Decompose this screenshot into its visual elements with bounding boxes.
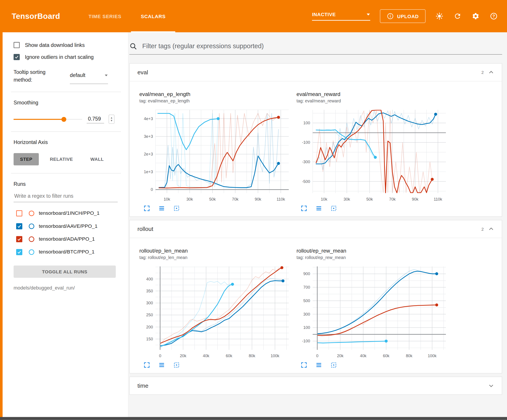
smoothing-value-input[interactable]: 0.759 xyxy=(87,115,104,124)
help-icon[interactable]: ? xyxy=(490,12,498,20)
section-eval-charts: eval/mean_ep_length tag: eval/mean_ep_le… xyxy=(130,81,502,216)
tag-filter-field[interactable] xyxy=(129,42,502,55)
smoothing-slider[interactable] xyxy=(14,117,82,122)
tab-scalars[interactable]: SCALARS xyxy=(131,0,175,32)
expand-card-icon[interactable] xyxy=(300,205,308,212)
axis-wall-button[interactable]: WALL xyxy=(84,153,110,165)
chart-tag: tag: eval/mean_reward xyxy=(296,98,449,103)
svg-text:0: 0 xyxy=(151,187,153,192)
svg-text:40k: 40k xyxy=(360,353,367,358)
tooltip-sorting-value: default xyxy=(70,72,85,78)
status-dropdown-value: INACTIVE xyxy=(312,12,336,17)
run-row[interactable]: tensorboard/1INCH/PPO_1 xyxy=(14,207,119,220)
run-row[interactable]: tensorboard/AAVE/PPO_1 xyxy=(14,220,119,233)
chart-plot-area[interactable]: -500-300-10010010k30k50k70k90k110k xyxy=(296,106,448,203)
section-rollout: rollout 2 rollout/ep_len_mean tag: rollo… xyxy=(129,220,502,373)
run-checkbox[interactable] xyxy=(16,249,22,255)
svg-text:0: 0 xyxy=(159,353,161,358)
svg-text:110k: 110k xyxy=(434,197,442,201)
header-actions: INACTIVE UPLOAD xyxy=(312,9,507,23)
data-table-icon[interactable] xyxy=(158,361,165,368)
section-chart-count: 2 xyxy=(481,70,484,75)
fit-domain-icon[interactable] xyxy=(330,205,337,212)
section-eval-header[interactable]: eval 2 xyxy=(130,64,502,81)
info-icon xyxy=(387,13,394,20)
chart-plot-area[interactable]: 01e+32e+33e+34e+310k30k50k70k90k110k xyxy=(139,106,291,203)
status-dropdown[interactable]: INACTIVE xyxy=(312,12,370,21)
run-row[interactable]: tensorboard/BTC/PPO_1 xyxy=(14,246,119,258)
app-logo: TensorBoard xyxy=(12,12,60,21)
svg-text:30k: 30k xyxy=(186,197,193,201)
run-checkbox[interactable] xyxy=(16,210,22,216)
expand-card-icon[interactable] xyxy=(143,205,150,212)
data-table-icon[interactable] xyxy=(315,361,322,368)
run-row[interactable]: tensorboard/ADA/PPO_1 xyxy=(14,233,119,246)
svg-text:350: 350 xyxy=(146,289,153,293)
stepper-up-icon[interactable]: ▲ xyxy=(110,116,113,119)
chart-tag: tag: rollout/ep_len_mean xyxy=(139,255,292,260)
svg-text:20k: 20k xyxy=(180,353,186,358)
svg-text:30k: 30k xyxy=(344,197,350,201)
svg-text:20k: 20k xyxy=(337,353,344,358)
expand-card-icon[interactable] xyxy=(143,361,150,368)
chart-plot-area[interactable]: 150200250300350400020k40k60k80k100k xyxy=(139,262,291,360)
runs-filter-input[interactable] xyxy=(14,193,119,199)
horizontal-axis-buttons: STEP RELATIVE WALL xyxy=(14,153,111,165)
run-color-circle xyxy=(29,236,34,242)
fit-domain-icon[interactable] xyxy=(330,361,337,368)
svg-text:40k: 40k xyxy=(203,353,210,358)
settings-gear-icon[interactable] xyxy=(471,12,480,20)
fit-domain-icon[interactable] xyxy=(173,361,180,368)
brightness-toggle-icon[interactable] xyxy=(435,12,444,20)
chart-title: rollout/ep_rew_mean xyxy=(296,248,449,254)
chevron-down-icon[interactable] xyxy=(487,382,495,389)
tab-time-series[interactable]: TIME SERIES xyxy=(79,0,131,32)
data-table-icon[interactable] xyxy=(315,205,322,212)
tooltip-sorting-label: Tooltip sorting method: xyxy=(14,69,65,84)
svg-text:50k: 50k xyxy=(366,197,373,201)
svg-text:700: 700 xyxy=(303,285,310,289)
fit-domain-icon[interactable] xyxy=(173,205,180,212)
show-download-links-checkbox[interactable] xyxy=(14,42,20,48)
section-eval: eval 2 eval/mean_ep_length tag: eval/mea… xyxy=(129,63,502,217)
section-title: time xyxy=(137,382,148,389)
ignore-outliers-checkbox-row[interactable]: Ignore outliers in chart scaling xyxy=(14,54,119,60)
svg-text:60k: 60k xyxy=(226,353,232,358)
svg-text:10k: 10k xyxy=(321,197,327,201)
svg-text:100k: 100k xyxy=(271,353,279,358)
runs-directory-path: models/debugged_eval_run/ xyxy=(14,285,119,290)
run-checkbox[interactable] xyxy=(16,236,22,242)
svg-text:100: 100 xyxy=(303,121,310,125)
axis-relative-button[interactable]: RELATIVE xyxy=(43,153,79,165)
search-icon xyxy=(129,42,137,50)
stepper-down-icon[interactable]: ▼ xyxy=(110,119,113,122)
sidebar-divider xyxy=(11,173,121,173)
chevron-up-icon[interactable] xyxy=(487,69,495,76)
axis-step-button[interactable]: STEP xyxy=(14,153,39,165)
chart-eval-mean-reward: eval/mean_reward tag: eval/mean_reward -… xyxy=(296,91,449,212)
tooltip-sorting-select[interactable]: default xyxy=(70,69,108,84)
run-color-circle xyxy=(29,223,34,229)
chevron-up-icon[interactable] xyxy=(487,225,495,233)
toggle-all-runs-button[interactable]: TOGGLE ALL RUNS xyxy=(14,265,116,278)
chart-title: eval/mean_reward xyxy=(296,91,449,97)
run-checkbox[interactable] xyxy=(16,223,22,229)
svg-text:80k: 80k xyxy=(406,353,412,358)
smoothing-stepper[interactable]: ▲ ▼ xyxy=(109,115,114,124)
show-download-links-checkbox-row[interactable]: Show data download links xyxy=(14,42,119,48)
upload-button[interactable]: UPLOAD xyxy=(380,9,426,23)
svg-text:60k: 60k xyxy=(383,353,389,358)
slider-fill xyxy=(14,119,63,120)
expand-card-icon[interactable] xyxy=(300,361,308,368)
ignore-outliers-checkbox[interactable] xyxy=(14,54,20,60)
runs-filter-field[interactable] xyxy=(14,193,118,202)
section-time-header[interactable]: time xyxy=(130,377,502,394)
chart-plot-area[interactable]: -100100300500700900020k40k60k80k100k xyxy=(296,262,448,360)
slider-knob[interactable] xyxy=(61,117,66,122)
run-label: tensorboard/ADA/PPO_1 xyxy=(39,236,95,242)
section-rollout-header[interactable]: rollout 2 xyxy=(130,220,502,238)
data-table-icon[interactable] xyxy=(158,205,165,212)
tag-filter-input[interactable] xyxy=(142,42,502,50)
section-title: rollout xyxy=(137,226,154,233)
refresh-icon[interactable] xyxy=(453,12,462,20)
